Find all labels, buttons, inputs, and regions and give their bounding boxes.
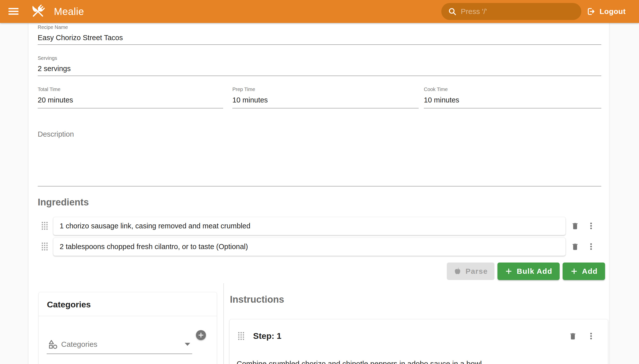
- trash-icon: [571, 222, 579, 230]
- search-input[interactable]: [461, 7, 566, 16]
- categories-card: Categories Categories: [39, 292, 217, 364]
- total-time-input[interactable]: [38, 96, 223, 104]
- prep-time-field: Prep Time: [232, 86, 418, 108]
- categories-select-placeholder: Categories: [61, 340, 185, 348]
- shapes-icon: [48, 339, 58, 350]
- plus-icon: [505, 267, 513, 275]
- step-more-button[interactable]: [585, 330, 597, 342]
- ingredient-more-button[interactable]: [585, 241, 597, 252]
- kebab-menu-icon: [587, 222, 595, 230]
- recipe-form-card: Recipe Name Servings Total Time Prep Tim…: [28, 23, 609, 364]
- ingredients-heading: Ingredients: [38, 197, 89, 208]
- parse-label: Parse: [466, 267, 488, 276]
- trash-icon: [569, 332, 577, 340]
- prep-time-label: Prep Time: [232, 86, 418, 92]
- plus-icon: [570, 267, 578, 275]
- recipe-name-input[interactable]: [38, 34, 601, 42]
- logout-button[interactable]: Logout: [586, 0, 626, 23]
- add-ingredient-button[interactable]: Add: [563, 262, 605, 280]
- time-fields-row: Total Time Prep Time Cook Time: [38, 86, 601, 108]
- cook-time-input[interactable]: [424, 96, 601, 104]
- step-text[interactable]: Combine crumbled chorizo and chipotle pe…: [237, 359, 581, 364]
- ingredient-input[interactable]: [60, 222, 559, 230]
- instruction-step-card: Step: 1 Combine crumbled chorizo and chi…: [229, 319, 608, 364]
- kebab-menu-icon: [587, 242, 595, 251]
- app-bar: Mealie Logout: [0, 0, 639, 23]
- servings-input[interactable]: [38, 64, 601, 73]
- step-title: Step: 1: [253, 331, 281, 341]
- app-title: Mealie: [54, 0, 84, 23]
- logout-label: Logout: [599, 7, 626, 16]
- servings-field: Servings: [38, 55, 601, 76]
- search-icon: [448, 7, 457, 16]
- fork-knife-logo-icon: [30, 3, 46, 20]
- drag-handle-icon[interactable]: [238, 332, 244, 340]
- servings-label: Servings: [38, 55, 601, 61]
- kebab-menu-icon: [587, 332, 595, 340]
- ingredient-row: [53, 238, 566, 256]
- search-field[interactable]: [441, 3, 581, 20]
- recipe-name-label: Recipe Name: [38, 24, 601, 30]
- logout-icon: [586, 7, 595, 16]
- categories-select[interactable]: Categories: [47, 335, 192, 354]
- delete-ingredient-button[interactable]: [569, 241, 581, 252]
- recipe-name-field: Recipe Name: [38, 24, 601, 45]
- trash-icon: [571, 242, 579, 251]
- categories-card-title: Categories: [47, 300, 91, 310]
- delete-ingredient-button[interactable]: [569, 220, 581, 232]
- recipe-editor-page: Mealie Logout Recipe Name Servings: [0, 0, 639, 364]
- drag-handle-icon[interactable]: [42, 222, 48, 230]
- bulk-add-button[interactable]: Bulk Add: [498, 262, 560, 280]
- prep-time-input[interactable]: [232, 96, 418, 104]
- delete-step-button[interactable]: [567, 330, 579, 342]
- parse-button[interactable]: Parse: [447, 262, 495, 280]
- divider: [39, 316, 217, 316]
- chevron-down-icon: [185, 343, 190, 346]
- add-label: Add: [582, 267, 598, 276]
- ingredient-input[interactable]: [60, 242, 559, 251]
- menu-icon[interactable]: [9, 8, 19, 15]
- cook-time-field: Cook Time: [424, 86, 601, 108]
- description-label: Description: [38, 130, 601, 138]
- column-divider: [224, 283, 224, 364]
- instructions-heading: Instructions: [230, 294, 284, 305]
- cook-time-label: Cook Time: [424, 86, 601, 92]
- total-time-label: Total Time: [38, 86, 223, 92]
- ingredient-more-button[interactable]: [585, 220, 597, 232]
- apple-icon: [454, 267, 462, 275]
- ingredient-row: [53, 217, 566, 235]
- bulk-add-label: Bulk Add: [517, 267, 552, 276]
- description-field[interactable]: Description: [38, 130, 601, 186]
- plus-icon: [198, 332, 204, 338]
- drag-handle-icon[interactable]: [42, 242, 48, 251]
- total-time-field: Total Time: [38, 86, 223, 108]
- add-category-button[interactable]: [196, 330, 206, 340]
